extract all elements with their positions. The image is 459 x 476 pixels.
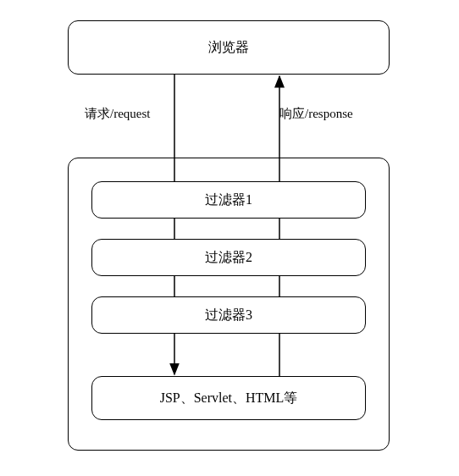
filter-2-label: 过滤器2: [205, 249, 252, 267]
filter-1-box: 过滤器1: [91, 181, 366, 219]
filter-1-label: 过滤器1: [205, 191, 252, 209]
request-arrow-label: 请求/request: [85, 106, 150, 122]
response-arrow-label: 响应/response: [279, 106, 353, 122]
browser-label: 浏览器: [208, 39, 249, 57]
target-box: JSP、Servlet、HTML等: [91, 376, 366, 420]
target-label: JSP、Servlet、HTML等: [160, 390, 298, 407]
browser-box: 浏览器: [68, 20, 390, 75]
filter-2-box: 过滤器2: [91, 239, 366, 276]
filter-3-box: 过滤器3: [91, 296, 366, 334]
filter-3-label: 过滤器3: [205, 307, 252, 324]
